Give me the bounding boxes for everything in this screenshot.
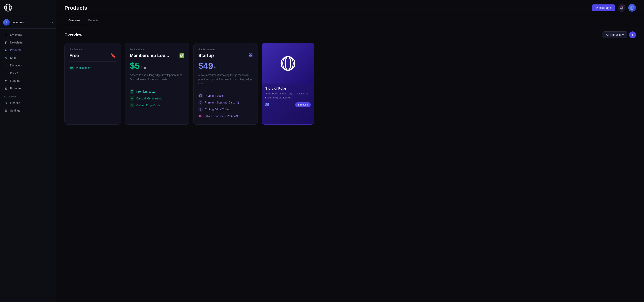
user-avatar-icon bbox=[630, 6, 634, 10]
add-product-button[interactable]: + bbox=[629, 32, 636, 38]
svg-rect-7 bbox=[71, 67, 73, 69]
section-title: Overview bbox=[64, 32, 82, 37]
sidebar-item-label-overview: Overview bbox=[10, 33, 22, 36]
benefit-label-1: Premium posts bbox=[136, 90, 155, 93]
promote-nav-icon: ◎ bbox=[4, 86, 8, 90]
benefit-icon-prempost bbox=[130, 90, 134, 94]
benefit-label-startup-2: Premium Support (Discord) bbox=[205, 101, 239, 104]
story-price: $5 bbox=[265, 103, 269, 107]
benefit-premium-posts-1: Premium posts bbox=[130, 88, 184, 95]
sidebar-item-finance[interactable]: $ Finance bbox=[0, 99, 56, 107]
benefit-label-startup-1: Premium posts bbox=[205, 94, 224, 97]
sidebar-item-donations[interactable]: ♡ Donations bbox=[0, 62, 56, 69]
products-nav-icon: ◈ bbox=[4, 48, 8, 52]
benefits-badge[interactable]: 2 Benefits bbox=[295, 102, 311, 107]
sidebar-navigation: ⊞ Overview ◧ Newsletter ◈ Products 🛒 Sal… bbox=[0, 28, 56, 302]
story-card-image bbox=[262, 43, 314, 84]
page-header: Products Public Page bbox=[56, 0, 644, 16]
svg-point-1 bbox=[6, 4, 10, 11]
products-grid: For Anyone Free 🔖 Public posts For Indiv… bbox=[64, 43, 636, 125]
card-title-row-free: Free 🔖 bbox=[70, 53, 116, 58]
benefit-label-startup-3: Cutting Edge Code bbox=[205, 108, 228, 111]
sidebar: P polardemo ▾ ⊞ Overview ◧ Newsletter ◈ … bbox=[0, 0, 56, 302]
product-card-membership: For Individuals Membership Lou... ✅ $5 /… bbox=[125, 43, 189, 125]
user-avatar-button[interactable] bbox=[628, 4, 636, 12]
sidebar-item-settings[interactable]: ⊞ Settings bbox=[0, 107, 56, 114]
chevron-down-icon: ▾ bbox=[52, 21, 53, 24]
benefit-icon-sponsor bbox=[198, 114, 203, 118]
sidebar-item-overview[interactable]: ⊞ Overview bbox=[0, 31, 56, 39]
svg-rect-16 bbox=[251, 54, 252, 55]
benefit-premium-support: Premium Support (Discord) bbox=[198, 99, 253, 106]
svg-point-14 bbox=[132, 105, 132, 106]
benefit-icon-discord bbox=[130, 96, 134, 101]
svg-point-0 bbox=[4, 4, 12, 11]
sidebar-item-label-sales: Sales bbox=[10, 56, 17, 60]
sidebar-item-label-newsletter: Newsletter bbox=[10, 41, 23, 44]
price-row-startup: $49 /mo bbox=[198, 62, 253, 70]
svg-point-2 bbox=[5, 4, 11, 11]
sidebar-item-issues[interactable]: ⚠ Issues bbox=[0, 69, 56, 77]
benefit-label-code-1: Cutting Edge Code bbox=[136, 104, 160, 107]
story-card-description: Short book on the story of Polar. More i… bbox=[265, 92, 311, 100]
workspace-avatar: P bbox=[3, 19, 10, 26]
story-polar-logo-icon bbox=[280, 55, 296, 72]
bookmark-icon: 🔖 bbox=[111, 53, 116, 58]
filter-chevron-icon: ▾ bbox=[622, 33, 624, 36]
svg-point-5 bbox=[632, 6, 633, 10]
sidebar-item-sales[interactable]: 🛒 Sales bbox=[0, 54, 56, 62]
svg-point-26 bbox=[285, 56, 291, 70]
all-products-filter[interactable]: All products ▾ bbox=[602, 32, 627, 38]
grid-icon bbox=[249, 53, 253, 58]
bell-icon bbox=[620, 6, 624, 10]
svg-rect-18 bbox=[251, 55, 252, 56]
benefit-cutting-edge-2: Cutting Edge Code bbox=[198, 106, 253, 113]
price-row-membership: $5 /mo bbox=[130, 62, 184, 70]
price-membership: $5 bbox=[130, 62, 140, 70]
card-title-row-membership: Membership Lou... ✅ bbox=[130, 53, 184, 58]
svg-rect-17 bbox=[249, 55, 250, 56]
sidebar-item-label-funding: Funding bbox=[10, 79, 20, 82]
sidebar-item-label-issues: Issues bbox=[10, 72, 18, 75]
story-card-title: Story of Polar bbox=[265, 87, 311, 90]
benefit-cutting-edge-1: Cutting Edge Code bbox=[130, 102, 184, 109]
benefit-icon-support bbox=[198, 100, 203, 105]
workspace-name: polardemo bbox=[12, 21, 50, 24]
sidebar-item-label-settings: Settings bbox=[10, 109, 20, 112]
svg-point-13 bbox=[132, 98, 133, 99]
sidebar-item-products[interactable]: ◈ Products bbox=[0, 46, 56, 54]
svg-point-25 bbox=[281, 56, 295, 70]
newsletter-nav-icon: ◧ bbox=[4, 41, 8, 44]
story-card-body: Story of Polar Short book on the story o… bbox=[262, 84, 314, 110]
section-header: Overview All products ▾ + bbox=[64, 32, 636, 38]
public-page-button[interactable]: Public Page bbox=[592, 4, 615, 11]
price-startup: $49 bbox=[198, 62, 213, 70]
finance-nav-icon: $ bbox=[4, 101, 8, 105]
sidebar-item-funding[interactable]: ♥ Funding bbox=[0, 77, 56, 84]
benefit-label: Public posts bbox=[76, 66, 91, 70]
benefit-label-startup-4: Silver Sponsor in README bbox=[205, 114, 239, 118]
sidebar-item-promote[interactable]: ◎ Promote bbox=[0, 84, 56, 92]
verified-icon: ✅ bbox=[179, 53, 184, 58]
svg-rect-15 bbox=[249, 54, 250, 55]
benefit-discord-membership: Discord Membership bbox=[130, 95, 184, 102]
benefit-icon-posts bbox=[70, 66, 74, 70]
filter-label: All products bbox=[606, 33, 621, 36]
funding-nav-icon: ♥ bbox=[4, 79, 8, 82]
sales-nav-icon: 🛒 bbox=[4, 56, 8, 60]
svg-rect-19 bbox=[200, 95, 202, 97]
tab-benefits[interactable]: Benefits bbox=[84, 16, 102, 25]
workspace-selector[interactable]: P polardemo ▾ bbox=[0, 16, 56, 28]
overview-nav-icon: ⊞ bbox=[4, 33, 8, 37]
product-card-startup: For Businesses Startup $49 /mo Move fast… bbox=[193, 43, 258, 125]
tab-overview[interactable]: Overview bbox=[64, 16, 84, 25]
sidebar-item-newsletter[interactable]: ◧ Newsletter bbox=[0, 39, 56, 46]
benefit-label-discord: Discord Membership bbox=[136, 97, 162, 100]
account-section-label: ACCOUNT bbox=[0, 92, 56, 99]
card-title-row-startup: Startup bbox=[198, 53, 253, 58]
notifications-button[interactable] bbox=[618, 4, 626, 12]
settings-nav-icon: ⊞ bbox=[4, 109, 8, 112]
benefit-icon-prempost-2 bbox=[198, 94, 203, 98]
sidebar-item-label-promote: Promote bbox=[10, 87, 21, 90]
benefit-icon-code-2 bbox=[198, 107, 203, 112]
